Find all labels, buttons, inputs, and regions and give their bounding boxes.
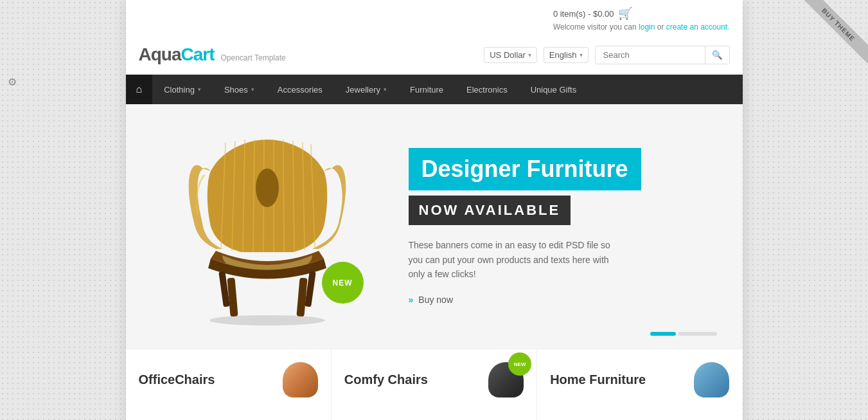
ribbon-label: BUY THEME	[800, 0, 868, 63]
cart-info: 0 item(s) - $0.00 🛒	[553, 6, 730, 21]
svg-rect-12	[296, 278, 307, 317]
nav-item-furniture[interactable]: Furniture	[398, 76, 455, 104]
logo[interactable]: AquaCart	[139, 44, 215, 65]
product-card-inner-3: Home Furniture	[550, 362, 729, 397]
nav-item-accessories[interactable]: Accessories	[266, 76, 334, 104]
search-input[interactable]	[596, 46, 705, 64]
product-title-2: Comfy Chairs	[344, 372, 428, 387]
product-card-inner-2: Comfy Chairs NEW	[344, 362, 524, 397]
language-chevron: ▾	[580, 51, 583, 59]
slider-dots	[650, 332, 717, 336]
search-icon: 🔍	[712, 50, 723, 60]
welcome-text: Welcome visitor you can login or create …	[553, 23, 730, 32]
nav-item-electronics[interactable]: Electronics	[455, 76, 519, 104]
product-thumb-1	[283, 362, 318, 397]
logo-cart: Cart	[181, 44, 215, 64]
jewellery-chevron: ▾	[384, 86, 387, 93]
buy-theme-ribbon[interactable]: BUY THEME	[791, 0, 868, 77]
buy-now-link[interactable]: » Buy now	[409, 295, 717, 305]
logo-area: AquaCart Opencart Template	[139, 44, 286, 65]
header: AquaCart Opencart Template US Dollar ▾ E…	[126, 35, 743, 75]
comfy-new-badge: NEW	[508, 352, 531, 376]
hero-chair-image: NEW	[152, 123, 383, 329]
product-thumb-3	[694, 362, 729, 397]
product-card-comfy-chairs[interactable]: Comfy Chairs NEW	[332, 349, 537, 420]
svg-point-10	[256, 169, 279, 207]
nav-home-button[interactable]: ⌂	[126, 75, 153, 104]
header-right: US Dollar ▾ English ▾ 🔍	[484, 46, 729, 64]
hero-description: These banners come in an easy to edit PS…	[409, 238, 627, 281]
hero-content: Designer Furniture NOW AVAILABLE These b…	[383, 148, 717, 304]
hero-title-line2: NOW AVAILABLE	[409, 196, 571, 225]
top-bar: 0 item(s) - $0.00 🛒 Welcome visitor you …	[126, 0, 743, 35]
language-label: English	[549, 50, 577, 60]
nav-item-shoes[interactable]: Shoes ▾	[213, 76, 266, 104]
logo-tagline: Opencart Template	[221, 53, 286, 62]
slider-dot-inactive[interactable]	[678, 332, 717, 336]
svg-line-6	[283, 140, 284, 252]
new-badge: NEW	[322, 262, 364, 304]
slider-dot-active[interactable]	[650, 332, 676, 336]
language-dropdown[interactable]: English ▾	[544, 47, 589, 63]
hero-title-line1: Designer Furniture	[409, 148, 641, 190]
currency-label: US Dollar	[490, 50, 526, 60]
svg-point-15	[209, 315, 325, 325]
settings-icon[interactable]: ⚙	[8, 76, 17, 88]
shoes-chevron: ▾	[251, 86, 254, 93]
nav-item-jewellery[interactable]: Jewellery ▾	[334, 76, 398, 104]
hero-section: NEW Designer Furniture NOW AVAILABLE The…	[126, 104, 743, 349]
cart-count: 0 item(s) - $0.00	[553, 9, 614, 19]
products-section: OfficeChairs Comfy Chairs NEW Home F	[126, 349, 743, 420]
search-bar: 🔍	[595, 46, 730, 64]
search-button[interactable]: 🔍	[705, 46, 729, 64]
double-arrow-icon: »	[409, 295, 414, 305]
navbar: ⌂ Clothing ▾ Shoes ▾ Accessories Jewelle…	[126, 75, 743, 104]
clothing-chevron: ▾	[198, 86, 201, 93]
product-card-home-furniture[interactable]: Home Furniture	[537, 349, 742, 420]
currency-chevron: ▾	[528, 51, 531, 59]
product-title-3: Home Furniture	[550, 372, 646, 387]
nav-item-unique-gifts[interactable]: Unique Gifts	[519, 76, 589, 104]
page-wrapper: 0 item(s) - $0.00 🛒 Welcome visitor you …	[126, 0, 743, 420]
svg-rect-11	[227, 278, 238, 317]
product-card-inner-1: OfficeChairs	[139, 362, 318, 397]
product-card-office-chairs[interactable]: OfficeChairs	[126, 349, 332, 420]
currency-dropdown[interactable]: US Dollar ▾	[484, 47, 537, 63]
cart-icon[interactable]: 🛒	[618, 6, 632, 21]
logo-aqua: Aqua	[139, 44, 181, 64]
create-account-link[interactable]: create an account.	[666, 23, 730, 32]
product-title-1: OfficeChairs	[139, 372, 215, 387]
login-link[interactable]: login	[639, 23, 655, 32]
nav-item-clothing[interactable]: Clothing ▾	[152, 76, 213, 104]
